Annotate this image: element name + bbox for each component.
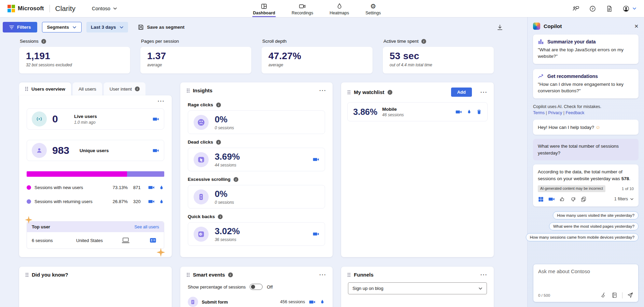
copilot-greeting-message: Hey! How can I help today? ☺ (533, 120, 639, 135)
release-notes-icon[interactable] (606, 5, 613, 12)
info-icon (228, 272, 233, 277)
nav-heatmaps[interactable]: Heatmaps (330, 3, 349, 17)
tab-users-overview[interactable]: Users overview (19, 82, 71, 95)
view-recordings-button[interactable] (313, 156, 319, 163)
suggestion-chip[interactable]: How many users visited the site yesterda… (553, 211, 639, 219)
tab-all-users[interactable]: All users (73, 82, 102, 95)
rage-clicks-section: Rage clicks 0% 0 sessions (180, 102, 333, 134)
metric-active-time: Active time spent 53 sec out of 4.4 min … (383, 39, 494, 74)
top-user-row[interactable]: 6 sessions United States (27, 232, 164, 249)
notebook-icon[interactable] (611, 292, 618, 298)
heatmap-flame-icon[interactable] (159, 199, 164, 204)
metric-label: Pages per session (141, 39, 179, 44)
drag-handle-icon[interactable] (347, 90, 351, 95)
camera-icon[interactable] (148, 184, 155, 191)
metric-value: 47.27% (268, 51, 366, 62)
suggestion-chip[interactable]: How many sessions came from mobile devic… (526, 233, 639, 241)
nav-settings[interactable]: ⚙ Settings (365, 3, 381, 17)
drag-handle-icon[interactable] (186, 272, 190, 277)
drag-handle-icon[interactable] (186, 88, 190, 93)
heatmap-flame-icon[interactable] (159, 185, 164, 190)
insight-value: 3.69% (215, 151, 240, 162)
dashboard-content: Filters Segments Last 3 days Save as seg… (0, 17, 527, 307)
feedback-link[interactable]: Feedback (565, 110, 584, 115)
suggestion-quote: "How can I drive more engagement to key … (538, 81, 634, 94)
insight-label: Dead clicks (188, 139, 213, 145)
ai-content-badge: AI-generated content may be incorrect (538, 185, 605, 192)
rage-clicks-icon (194, 115, 209, 130)
camera-icon[interactable] (309, 299, 316, 305)
view-recordings-button[interactable] (313, 231, 319, 237)
copilot-suggestion-card-recommendations[interactable]: Get recommendations "How can I drive mor… (533, 69, 639, 98)
microsoft-logo-icon (8, 5, 15, 12)
answer-filters-dropdown[interactable]: 1 filters (614, 196, 634, 202)
project-dropdown[interactable]: Contoso (92, 6, 117, 11)
metric-sessions: Sessions 1,191 32 bot sessions excluded (19, 39, 130, 74)
smart-event-label: Submit form (202, 299, 228, 305)
camera-icon (313, 231, 319, 237)
more-menu[interactable] (158, 99, 165, 103)
metric-pages-per-session: Pages per session 1.37 average (140, 39, 251, 74)
help-icon[interactable]: ? (589, 5, 596, 12)
more-menu[interactable] (480, 273, 488, 277)
camera-icon (313, 156, 319, 163)
camera-icon[interactable] (456, 109, 462, 115)
nav-dashboard[interactable]: Dashboard (253, 3, 275, 17)
camera-icon[interactable] (148, 198, 155, 205)
drag-handle-icon[interactable] (347, 272, 351, 277)
metric-label: Active time spent (383, 39, 419, 44)
heatmap-flame-icon[interactable] (320, 299, 325, 305)
close-icon[interactable]: ✕ (634, 23, 639, 29)
more-menu[interactable] (480, 91, 488, 94)
info-icon (388, 90, 392, 95)
drag-handle-icon[interactable] (25, 272, 29, 277)
view-recordings-button[interactable] (153, 147, 159, 154)
feedback-icon[interactable] (572, 5, 579, 12)
legend-new-users: Sessions with new users 73.13% 871 (27, 184, 164, 191)
account-menu[interactable] (622, 5, 636, 12)
segments-dropdown[interactable]: Segments (42, 22, 82, 32)
percentage-toggle[interactable] (250, 284, 263, 290)
thumbs-down-icon[interactable] (570, 196, 576, 202)
did-you-know-title: Did you know? (32, 272, 68, 278)
funnel-select[interactable]: Sign up on blog (348, 282, 487, 294)
see-all-users-link[interactable]: See all users (134, 225, 159, 229)
tab-user-intent[interactable]: User intent (104, 82, 145, 95)
save-as-segment-button[interactable]: Save as segment (138, 24, 185, 30)
drag-handle-icon[interactable] (25, 86, 28, 91)
watchlist-sessions: 46 sessions (382, 112, 404, 117)
toggle-label: Show percentage of sessions (188, 284, 246, 290)
view-recordings-button[interactable] (153, 116, 159, 122)
thumbs-up-icon[interactable] (559, 196, 565, 202)
suggestion-chip[interactable]: What were the most visited pages yesterd… (549, 222, 639, 230)
copy-icon[interactable] (580, 196, 587, 202)
camera-icon[interactable] (548, 196, 555, 202)
metric-card: 53 sec out of 4.4 min total time (383, 47, 494, 74)
chevron-down-icon (113, 7, 117, 10)
char-counter: 0 / 500 (538, 293, 550, 297)
more-menu[interactable] (319, 273, 326, 277)
more-menu[interactable] (319, 89, 326, 92)
dead-clicks-section: Dead clicks 3.69% 44 sessions (180, 139, 333, 171)
trash-icon[interactable] (476, 109, 482, 115)
copilot-input[interactable] (538, 268, 633, 274)
dashboard-grid-icon[interactable] (538, 196, 544, 202)
date-range-dropdown[interactable]: Last 3 days (86, 22, 128, 32)
privacy-link[interactable]: Privacy (548, 110, 562, 115)
send-icon[interactable] (627, 292, 633, 298)
user-id-card-icon[interactable] (149, 237, 157, 244)
top-user-header: Top user See all users (27, 222, 164, 232)
heatmap-flame-icon[interactable] (466, 109, 472, 115)
download-button[interactable] (496, 24, 503, 31)
filter-icon (9, 25, 14, 30)
terms-link[interactable]: Terms (533, 110, 545, 115)
copilot-suggestion-card-summarize[interactable]: Summarize your data "What are the top Ja… (533, 35, 639, 64)
clear-chat-broom-icon[interactable] (600, 292, 607, 298)
add-watchlist-button[interactable]: Add (451, 88, 472, 97)
filters-button[interactable]: Filters (3, 22, 37, 32)
funnels-card: Funnels Sign up on blog (341, 267, 494, 307)
copilot-disclaimer: Copilot uses AI. Check for mistakes. (533, 104, 639, 109)
insights-title: Insights (193, 88, 213, 93)
magenta-dot (27, 185, 31, 190)
nav-recordings[interactable]: Recordings (292, 3, 313, 17)
